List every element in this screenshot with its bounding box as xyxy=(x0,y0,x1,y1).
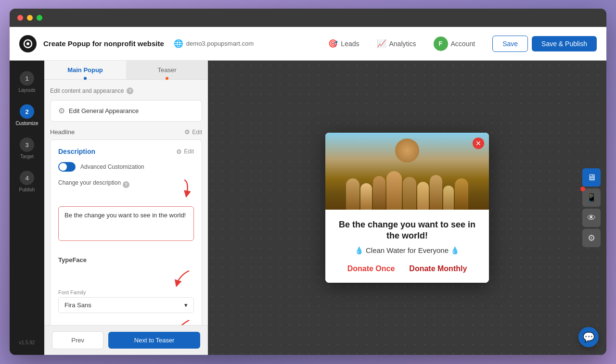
tab-main-popup[interactable]: Main Popup xyxy=(44,61,126,79)
settings-btn[interactable]: ⚙ xyxy=(582,229,601,247)
step-label-target: Target xyxy=(20,154,34,159)
account-link[interactable]: F Account xyxy=(426,33,483,55)
eye-icon: 👁 xyxy=(587,213,596,223)
chat-icon: 💬 xyxy=(583,331,595,343)
panel-content: Edit content and appearance ? ⚙ Edit Gen… xyxy=(44,80,208,325)
account-label: Account xyxy=(451,40,475,48)
page-title: Create Popup for nonprofit website xyxy=(43,39,164,48)
step-label-customize: Customize xyxy=(15,121,38,126)
preview-area: ✕ Be the change you want to see in the w… xyxy=(208,61,606,355)
account-initial: F xyxy=(439,40,443,47)
mac-window: Create Popup for nonprofit website 🌐 dem… xyxy=(10,9,606,355)
font-family-select[interactable]: Fira Sans ▾ xyxy=(58,297,194,313)
svg-point-1 xyxy=(26,42,29,45)
icon-sidebar: 1 Layouts 2 Customize 3 Target xyxy=(10,61,44,355)
popup-card: ✕ Be the change you want to see in the w… xyxy=(325,133,489,283)
edit-gear-icon: ⚙ xyxy=(176,148,182,155)
save-publish-button[interactable]: Save & Publish xyxy=(532,36,597,51)
red-arrow-3 xyxy=(170,318,194,325)
headline-edit-link[interactable]: ⚙ Edit xyxy=(184,128,202,136)
font-family-label: Font Family xyxy=(58,289,194,295)
version-tag: v1.5.92 xyxy=(19,340,35,349)
sidebar-step-publish[interactable]: 4 Publish xyxy=(10,166,44,197)
save-button[interactable]: Save xyxy=(492,36,528,52)
gear-icon-tool: ⚙ xyxy=(588,233,595,243)
analytics-icon: 📈 xyxy=(377,39,386,48)
headline-label: Headline xyxy=(50,128,75,136)
maximize-traffic-light[interactable] xyxy=(37,15,42,21)
next-button[interactable]: Next to Teaser xyxy=(108,332,200,349)
left-panel: Main Popup Teaser Edit content and appea… xyxy=(44,61,208,355)
desktop-view-btn[interactable]: 🖥 xyxy=(582,168,601,187)
domain-display: 🌐 demo3.popupsmart.com xyxy=(174,39,254,48)
description-title: Description xyxy=(58,148,95,155)
mobile-icon: 📱 xyxy=(586,192,597,203)
advanced-customization-label: Advanced Customization xyxy=(80,163,144,170)
description-card: Description ⚙ Edit Advanced Customizatio… xyxy=(50,139,202,325)
gear-icon: ⚙ xyxy=(58,106,65,115)
chevron-down-icon: ▾ xyxy=(184,301,188,309)
traffic-lights xyxy=(17,15,42,21)
step-circle-2: 2 xyxy=(20,104,34,119)
popup-body: Be the change you want to see in the wor… xyxy=(325,210,489,283)
font-family-group: Font Family Fira Sans ▾ xyxy=(58,289,194,313)
headline-row: Headline ⚙ Edit xyxy=(50,128,202,136)
step-label-layouts: Layouts xyxy=(18,88,35,93)
mobile-badge xyxy=(580,187,585,191)
mobile-view-btn[interactable]: 📱 xyxy=(582,188,601,207)
minimize-traffic-light[interactable] xyxy=(27,15,33,21)
desktop-icon: 🖥 xyxy=(587,173,596,183)
account-avatar: F xyxy=(434,37,448,51)
popup-description: Be the change you want to see in the wor… xyxy=(337,219,477,242)
app-logo xyxy=(19,35,37,52)
sidebar-step-customize[interactable]: 2 Customize xyxy=(10,100,44,131)
mac-titlebar xyxy=(10,9,606,27)
nav-links: 🎯 Leads 📈 Analytics F Account xyxy=(321,33,483,55)
right-tools: 🖥 📱 👁 ⚙ xyxy=(582,168,601,247)
red-arrow-1 xyxy=(170,177,194,201)
edit-general-btn[interactable]: ⚙ Edit General Appearance xyxy=(50,100,202,122)
step-circle-1: 1 xyxy=(20,71,34,86)
prev-button[interactable]: Prev xyxy=(52,331,103,349)
preview-btn[interactable]: 👁 xyxy=(582,209,601,227)
popup-image: ✕ xyxy=(325,133,489,210)
analytics-link[interactable]: 📈 Analytics xyxy=(369,35,424,52)
leads-link[interactable]: 🎯 Leads xyxy=(321,35,367,52)
sidebar-step-target[interactable]: 3 Target xyxy=(10,133,44,164)
tab-teaser[interactable]: Teaser xyxy=(126,61,208,79)
description-edit-btn[interactable]: ⚙ Edit xyxy=(176,148,194,155)
main-content: 1 Layouts 2 Customize 3 Target xyxy=(10,61,606,355)
chat-button[interactable]: 💬 xyxy=(578,327,599,347)
help-icon: ? xyxy=(123,181,129,188)
popup-subtitle: 💧 Clean Water for Everyone 💧 xyxy=(337,246,477,255)
bottom-nav: Prev Next to Teaser xyxy=(44,325,208,355)
typeface-label: TypeFace xyxy=(58,256,87,264)
tabs-bar: Main Popup Teaser xyxy=(44,61,208,80)
donate-monthly-btn[interactable]: Donate Monthly xyxy=(409,264,467,273)
leads-label: Leads xyxy=(341,40,359,48)
advanced-customization-toggle[interactable] xyxy=(58,162,76,172)
step-label-publish: Publish xyxy=(19,187,35,192)
popup-actions: Donate Once Donate Monthly xyxy=(337,264,477,273)
leads-icon: 🎯 xyxy=(328,39,338,48)
domain-text: demo3.popupsmart.com xyxy=(186,40,254,47)
top-nav: Create Popup for nonprofit website 🌐 dem… xyxy=(10,27,606,61)
sidebar-step-layouts[interactable]: 1 Layouts xyxy=(10,66,44,98)
popup-close-btn[interactable]: ✕ xyxy=(473,138,484,149)
globe-icon: 🌐 xyxy=(174,39,183,48)
step-circle-3: 3 xyxy=(20,138,34,152)
edit-section-header: Edit content and appearance ? xyxy=(50,88,202,94)
edit-icon: ⚙ xyxy=(184,128,190,136)
description-textarea[interactable] xyxy=(58,206,194,241)
red-arrow-2 xyxy=(170,268,194,288)
step-circle-4: 4 xyxy=(20,171,34,185)
advanced-customization-row: Advanced Customization xyxy=(58,162,194,172)
description-card-header: Description ⚙ Edit xyxy=(58,148,194,155)
analytics-label: Analytics xyxy=(389,40,416,48)
help-circle-icon: ? xyxy=(127,88,133,94)
change-desc-label: Change your description xyxy=(58,179,121,186)
donate-once-btn[interactable]: Donate Once xyxy=(347,264,395,273)
close-traffic-light[interactable] xyxy=(17,15,23,21)
